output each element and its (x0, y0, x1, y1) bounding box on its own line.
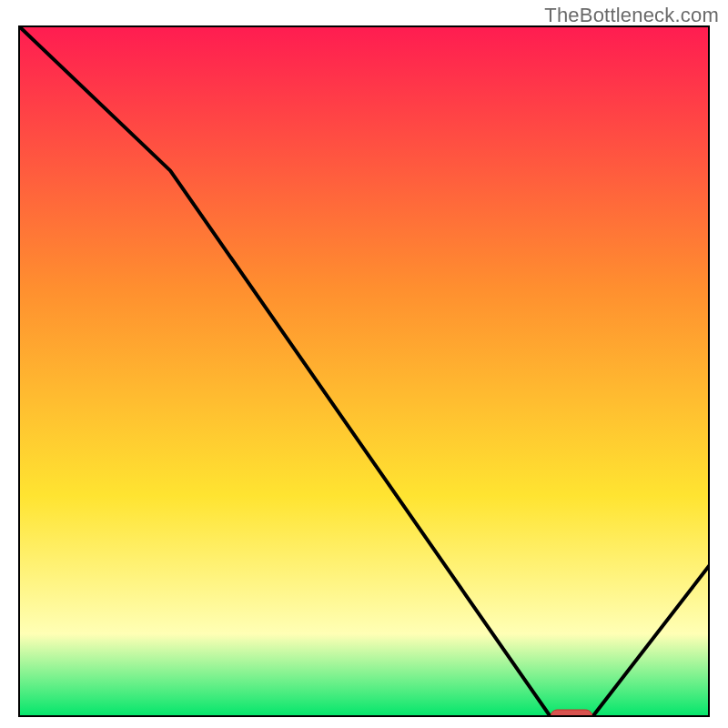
chart-container: TheBottleneck.com (0, 0, 728, 728)
watermark-text: TheBottleneck.com (544, 4, 719, 27)
chart-area (18, 25, 710, 717)
bottleneck-chart (18, 25, 710, 717)
gradient-background (18, 25, 710, 717)
